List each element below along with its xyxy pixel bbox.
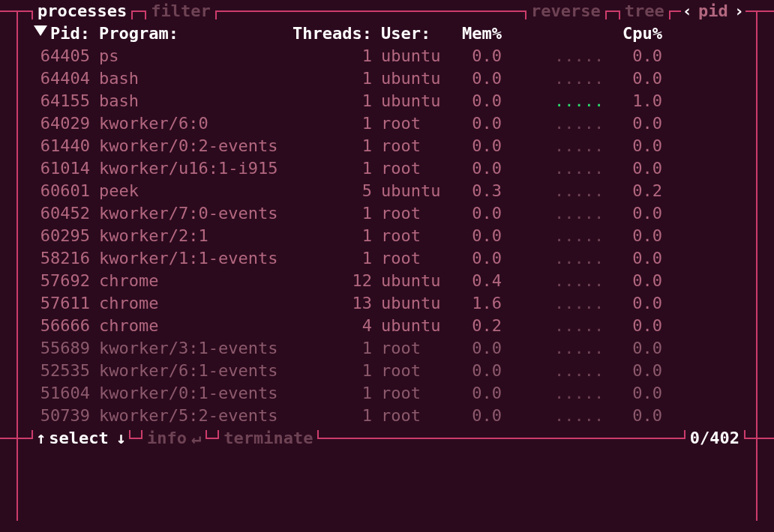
table-row[interactable]: 64405ps1ubuntu0.0.....0.0 xyxy=(0,45,774,67)
header-cpu[interactable]: Cpu% xyxy=(608,22,662,45)
cell-pid: 64029 xyxy=(36,112,90,135)
cell-cpu-graph: ..... xyxy=(554,135,599,157)
cell-user: ubuntu xyxy=(381,292,453,315)
table-row[interactable]: 55689kworker/3:1-events1root0.0.....0.0 xyxy=(0,337,774,360)
table-row[interactable]: 64155bash1ubuntu0.0.....1.0 xyxy=(0,90,774,112)
cell-program: kworker/1:1-events xyxy=(99,247,288,270)
cell-user: root xyxy=(381,202,453,225)
cell-threads: 1 xyxy=(288,337,372,360)
cell-threads: 1 xyxy=(288,135,372,157)
tab-filter[interactable]: filter xyxy=(146,0,214,22)
cell-mem: 0.0 xyxy=(453,405,502,427)
cell-pid: 61440 xyxy=(36,135,90,157)
cell-cpu-graph: ..... xyxy=(554,405,599,427)
cell-program: kworker/5:2-events xyxy=(99,405,288,427)
cell-program: ps xyxy=(99,45,288,67)
cell-threads: 1 xyxy=(288,360,372,382)
table-row[interactable]: 52535kworker/6:1-events1root0.0.....0.0 xyxy=(0,360,774,382)
tab-processes[interactable]: processes xyxy=(33,0,131,22)
cell-program: kworker/2:1 xyxy=(99,225,288,247)
header-program[interactable]: Program: xyxy=(99,22,288,45)
cell-pid: 64404 xyxy=(36,67,90,90)
cell-program: kworker/6:1-events xyxy=(99,360,288,382)
cell-mem: 0.0 xyxy=(453,360,502,382)
table-row[interactable]: 60295kworker/2:11root0.0.....0.0 xyxy=(0,225,774,247)
cell-program: kworker/0:1-events xyxy=(99,382,288,405)
cell-cpu: 0.0 xyxy=(608,315,662,337)
table-row[interactable]: 60452kworker/7:0-events1root0.0.....0.0 xyxy=(0,202,774,225)
cell-mem: 0.4 xyxy=(453,270,502,292)
cell-cpu: 0.0 xyxy=(608,247,662,270)
cell-pid: 52535 xyxy=(36,360,90,382)
cell-cpu-graph: ..... xyxy=(554,360,599,382)
header-mem[interactable]: Mem% xyxy=(453,22,502,45)
cell-threads: 1 xyxy=(288,225,372,247)
sort-column-label[interactable]: pid xyxy=(694,0,733,22)
cell-threads: 1 xyxy=(288,67,372,90)
table-row[interactable]: 58216kworker/1:1-events1root0.0.....0.0 xyxy=(0,247,774,270)
cell-cpu-graph: ..... xyxy=(554,157,599,180)
cell-user: ubuntu xyxy=(381,45,453,67)
cell-mem: 0.0 xyxy=(453,337,502,360)
cell-user: root xyxy=(381,405,453,427)
table-row[interactable]: 51604kworker/0:1-events1root0.0.....0.0 xyxy=(0,382,774,405)
table-row[interactable]: 61014kworker/u16:1-i9151root0.0.....0.0 xyxy=(0,157,774,180)
cell-user: root xyxy=(381,337,453,360)
cell-program: kworker/0:2-events xyxy=(99,135,288,157)
cell-program: bash xyxy=(99,67,288,90)
table-row[interactable]: 57692chrome12ubuntu0.4.....0.0 xyxy=(0,270,774,292)
border-right xyxy=(756,11,758,521)
cell-cpu-graph: ..... xyxy=(554,292,599,315)
cell-threads: 1 xyxy=(288,45,372,67)
info-label[interactable]: info xyxy=(142,427,191,450)
cell-cpu-graph: ..... xyxy=(554,382,599,405)
cell-threads: 1 xyxy=(288,382,372,405)
cell-mem: 0.0 xyxy=(453,382,502,405)
table-row[interactable]: 64404bash1ubuntu0.0.....0.0 xyxy=(0,67,774,90)
cell-cpu-graph: ..... xyxy=(554,67,599,90)
header-threads[interactable]: Threads: xyxy=(288,22,372,45)
cell-program: chrome xyxy=(99,292,288,315)
button-reverse[interactable]: reverse xyxy=(526,0,605,22)
top-bar: processes filter reverse tree ‹ pid › xyxy=(0,0,774,22)
border-left xyxy=(16,11,18,521)
cell-cpu: 0.0 xyxy=(608,225,662,247)
button-tree[interactable]: tree xyxy=(620,0,669,22)
status-counter: 0/402 xyxy=(686,427,744,450)
cell-pid: 58216 xyxy=(36,247,90,270)
cell-program: chrome xyxy=(99,315,288,337)
cell-mem: 0.0 xyxy=(453,67,502,90)
table-row[interactable]: 64029kworker/6:01root0.0.....0.0 xyxy=(0,112,774,135)
cell-cpu: 0.0 xyxy=(608,112,662,135)
cell-cpu-graph: ..... xyxy=(554,202,599,225)
table-row[interactable]: 57611chrome13ubuntu1.6.....0.0 xyxy=(0,292,774,315)
terminate-label[interactable]: terminate xyxy=(219,427,317,450)
cell-cpu: 0.0 xyxy=(608,382,662,405)
cell-user: root xyxy=(381,157,453,180)
table-row[interactable]: 56666chrome4ubuntu0.2.....0.0 xyxy=(0,315,774,337)
table-row[interactable]: 61440kworker/0:2-events1root0.0.....0.0 xyxy=(0,135,774,157)
cell-cpu: 0.0 xyxy=(608,270,662,292)
header-user[interactable]: User: xyxy=(381,22,453,45)
select-up-key: ↑ xyxy=(33,427,49,450)
cell-user: ubuntu xyxy=(381,315,453,337)
cell-pid: 57692 xyxy=(36,270,90,292)
cell-mem: 0.0 xyxy=(453,202,502,225)
cell-program: kworker/3:1-events xyxy=(99,337,288,360)
cell-cpu-graph: ..... xyxy=(554,90,599,112)
sort-desc-icon xyxy=(34,25,47,36)
header-pid[interactable]: Pid: xyxy=(36,22,90,45)
table-row[interactable]: 60601peek5ubuntu0.3.....0.2 xyxy=(0,180,774,202)
cell-pid: 57611 xyxy=(36,292,90,315)
sort-prev-button[interactable]: ‹ xyxy=(681,0,694,22)
bottom-bar: ↑ select ↓ info ↵ terminate 0/402 xyxy=(0,427,774,450)
cell-pid: 56666 xyxy=(36,315,90,337)
cell-threads: 5 xyxy=(288,180,372,202)
cell-user: root xyxy=(381,247,453,270)
cell-cpu-graph: ..... xyxy=(554,315,599,337)
cell-cpu-graph: ..... xyxy=(554,337,599,360)
sort-next-button[interactable]: › xyxy=(733,0,746,22)
cell-cpu-graph: ..... xyxy=(554,112,599,135)
table-row[interactable]: 50739kworker/5:2-events1root0.0.....0.0 xyxy=(0,405,774,427)
cell-cpu: 1.0 xyxy=(608,90,662,112)
